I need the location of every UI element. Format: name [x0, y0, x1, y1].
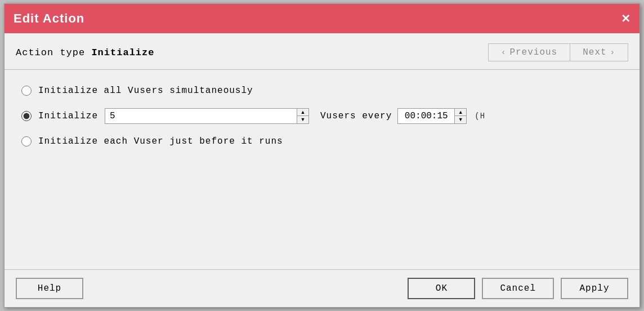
radio-initialize-n[interactable] [21, 111, 32, 121]
radio-all-vusers[interactable] [21, 86, 32, 96]
next-arrow-icon: › [610, 48, 615, 57]
dialog-title: Edit Action [14, 11, 84, 26]
footer-right: OK Cancel Apply [408, 278, 628, 299]
radio-before-run-label: Initialize each Vuser just before it run… [38, 136, 283, 146]
time-spinner-wrapper: ▲ ▼ [397, 108, 467, 124]
action-header: Action type Initialize ‹ Previous Next › [5, 33, 639, 70]
radio-all-vusers-label: Initialize all Vusers simultaneously [38, 86, 253, 96]
vuser-count-input-wrapper: ▲ ▼ [105, 108, 309, 124]
dialog-footer: Help OK Cancel Apply [5, 269, 639, 307]
next-button[interactable]: Next › [570, 43, 628, 61]
radio-row-3: Initialize each Vuser just before it run… [21, 136, 623, 146]
radio-row-1: Initialize all Vusers simultaneously [21, 86, 623, 96]
action-type-label: Action type Initialize [16, 47, 154, 58]
action-type-prefix: Action type [16, 47, 91, 58]
radio-before-run[interactable] [21, 136, 32, 146]
hint-text: (H [475, 112, 485, 121]
radio-row-2: Initialize ▲ ▼ Vusers every ▲ [21, 108, 623, 124]
time-spinner-arrows: ▲ ▼ [454, 109, 466, 123]
prev-label: Previous [509, 47, 557, 57]
options-area: Initialize all Vusers simultaneously Ini… [5, 70, 639, 269]
spinner-group: ▲ ▼ Vusers every ▲ ▼ (H [105, 108, 485, 124]
footer-left: Help [16, 278, 83, 299]
dialog-content: Action type Initialize ‹ Previous Next ›… [5, 33, 639, 307]
previous-button[interactable]: ‹ Previous [488, 43, 570, 61]
nav-buttons: ‹ Previous Next › [488, 43, 628, 61]
spinner-arrows: ▲ ▼ [297, 109, 308, 123]
next-label: Next [583, 47, 606, 57]
spinner-down-button[interactable]: ▼ [297, 116, 308, 123]
cancel-button[interactable]: Cancel [482, 278, 554, 299]
close-button[interactable]: ✕ [621, 13, 630, 24]
prev-arrow-icon: ‹ [501, 48, 506, 57]
ok-button[interactable]: OK [408, 278, 475, 299]
title-bar: Edit Action ✕ [5, 4, 639, 33]
vuser-count-input[interactable] [105, 109, 297, 123]
time-input[interactable] [398, 109, 454, 123]
action-type-value: Initialize [91, 47, 154, 58]
time-spinner-up-button[interactable]: ▲ [455, 109, 466, 116]
spinner-up-button[interactable]: ▲ [297, 109, 308, 116]
time-spinner-down-button[interactable]: ▼ [455, 116, 466, 123]
help-button[interactable]: Help [16, 278, 83, 299]
vusers-every-label: Vusers every [320, 111, 392, 121]
radio-initialize-n-label: Initialize [38, 111, 98, 121]
apply-button[interactable]: Apply [561, 278, 628, 299]
edit-action-dialog: Edit Action ✕ Action type Initialize ‹ P… [4, 3, 640, 308]
